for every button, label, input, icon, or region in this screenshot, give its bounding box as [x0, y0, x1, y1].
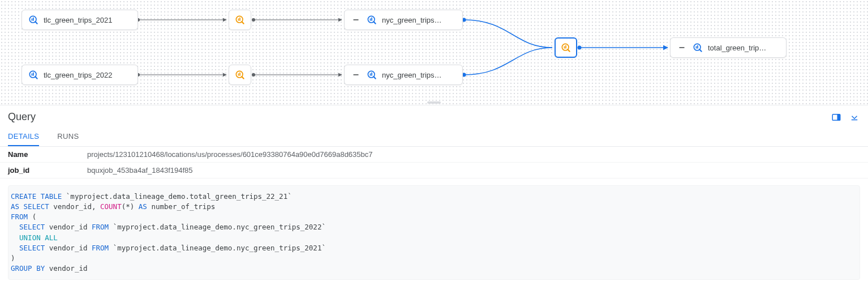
collapse-icon[interactable]	[676, 42, 687, 53]
svg-line-32	[242, 76, 243, 78]
process-node[interactable]	[229, 10, 251, 30]
svg-rect-22	[370, 19, 371, 21]
table-node-nyc-2021[interactable]: nyc_green_trips…	[344, 10, 463, 30]
bigquery-icon	[28, 14, 39, 25]
lineage-canvas[interactable]: tlc_green_trips_2021 nyc_green_trips… tl…	[0, 0, 868, 105]
sql-code-block: CREATE TABLE `myproject.data_lineage_dem…	[8, 185, 860, 280]
table-node-tlc-2022[interactable]: tlc_green_trips_2022	[22, 65, 138, 85]
collapse-icon[interactable]	[350, 14, 362, 25]
tab-details[interactable]: DETAILS	[8, 126, 39, 146]
tabs: DETAILS RUNS	[0, 126, 868, 147]
detail-val: projects/123101210468/locations/us/proce…	[87, 150, 373, 159]
node-label: nyc_green_trips…	[382, 71, 442, 79]
svg-rect-18	[239, 18, 240, 21]
svg-rect-17	[238, 19, 239, 21]
detail-key: Name	[8, 150, 87, 159]
node-label: tlc_green_trips_2022	[44, 71, 112, 79]
process-node[interactable]	[229, 65, 251, 85]
svg-rect-39	[564, 46, 565, 49]
detail-key: job_id	[8, 166, 87, 175]
svg-line-46	[699, 49, 701, 51]
svg-rect-27	[33, 73, 34, 76]
bigquery-icon	[28, 69, 39, 80]
bigquery-icon	[366, 69, 377, 80]
svg-rect-13	[32, 19, 33, 21]
panel-resize-handle[interactable]	[427, 101, 441, 104]
bigquery-process-icon	[234, 69, 246, 80]
svg-point-3	[252, 18, 255, 22]
svg-rect-36	[371, 73, 372, 76]
svg-rect-31	[239, 73, 240, 76]
svg-line-24	[373, 22, 375, 23]
svg-rect-23	[371, 18, 372, 21]
bigquery-icon	[366, 14, 377, 25]
table-node-tlc-2021[interactable]: tlc_green_trips_2021	[22, 10, 138, 30]
table-node-nyc-2022[interactable]: nyc_green_trips…	[344, 65, 463, 85]
detail-val: bquxjob_453ba4af_1843f194f85	[87, 166, 193, 175]
svg-line-19	[242, 22, 243, 23]
detail-row-jobid: job_id bquxjob_453ba4af_1843f194f85	[0, 163, 868, 178]
tab-runs[interactable]: RUNS	[57, 126, 79, 146]
bigquery-process-icon	[560, 42, 571, 53]
svg-rect-44	[696, 46, 697, 49]
node-label: total_green_trip…	[708, 44, 766, 52]
svg-rect-14	[33, 18, 34, 21]
side-panel-icon[interactable]	[831, 112, 842, 123]
node-label: nyc_green_trips…	[382, 16, 442, 24]
selected-process-node[interactable]	[555, 37, 577, 58]
panel-title: Query	[8, 111, 36, 123]
bigquery-icon	[692, 42, 703, 53]
svg-line-15	[35, 22, 37, 23]
svg-rect-48	[837, 114, 840, 120]
svg-point-11	[578, 46, 582, 50]
svg-point-7	[252, 73, 255, 76]
node-label: tlc_green_trips_2021	[44, 16, 112, 24]
svg-rect-30	[238, 74, 239, 76]
detail-row-name: Name projects/123101210468/locations/us/…	[0, 147, 868, 163]
table-node-total[interactable]: total_green_trip…	[670, 37, 787, 58]
svg-rect-45	[697, 45, 698, 49]
svg-line-28	[35, 76, 37, 78]
collapse-icon[interactable]	[350, 69, 362, 80]
svg-line-37	[373, 76, 375, 78]
collapse-panel-icon[interactable]	[849, 112, 860, 123]
svg-rect-26	[32, 74, 33, 76]
svg-rect-35	[370, 74, 371, 76]
svg-rect-40	[565, 45, 566, 49]
svg-line-41	[568, 49, 569, 51]
bigquery-process-icon	[234, 14, 246, 25]
